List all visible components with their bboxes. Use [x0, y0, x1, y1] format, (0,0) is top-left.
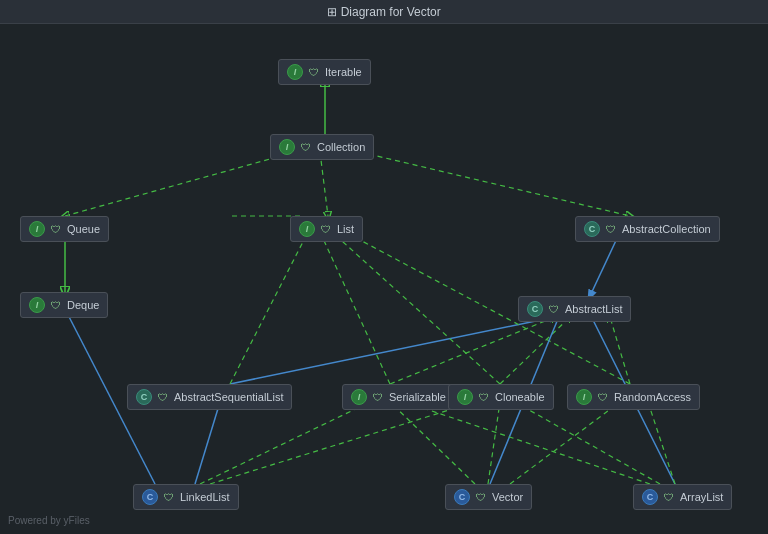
icon-linked-list: C [142, 489, 158, 505]
icon-abstract-collection: C [584, 221, 600, 237]
shield-abstract-sequential-list: 🛡 [156, 390, 170, 404]
label-deque: Deque [67, 299, 99, 311]
svg-line-23 [390, 402, 475, 484]
shield-cloneable: 🛡 [477, 390, 491, 404]
node-list[interactable]: I 🛡 List [290, 216, 363, 242]
title-text: ⊞ Diagram for Vector [327, 5, 440, 19]
shield-serializable: 🛡 [371, 390, 385, 404]
node-serializable[interactable]: I 🛡 Serializable [342, 384, 455, 410]
label-collection: Collection [317, 141, 365, 153]
node-deque[interactable]: I 🛡 Deque [20, 292, 108, 318]
svg-line-19 [200, 402, 370, 484]
icon-array-list: C [642, 489, 658, 505]
label-abstract-sequential-list: AbstractSequentialList [174, 391, 283, 403]
shield-array-list: 🛡 [662, 490, 676, 504]
node-vector[interactable]: C 🛡 Vector [445, 484, 532, 510]
icon-abstract-list: C [527, 301, 543, 317]
svg-line-5 [320, 152, 328, 216]
icon-abstract-sequential-list: C [136, 389, 152, 405]
svg-line-4 [65, 152, 295, 216]
svg-line-25 [510, 402, 620, 484]
node-array-list[interactable]: C 🛡 ArrayList [633, 484, 732, 510]
icon-queue: I [29, 221, 45, 237]
node-abstract-collection[interactable]: C 🛡 AbstractCollection [575, 216, 720, 242]
svg-line-9 [230, 317, 555, 384]
svg-line-6 [360, 152, 630, 216]
icon-random-access: I [576, 389, 592, 405]
powered-by: Powered by yFiles [8, 515, 90, 526]
node-linked-list[interactable]: C 🛡 LinkedList [133, 484, 239, 510]
icon-iterable: I [287, 64, 303, 80]
shield-abstract-collection: 🛡 [604, 222, 618, 236]
svg-line-15 [320, 232, 390, 384]
shield-deque: 🛡 [49, 298, 63, 312]
label-list: List [337, 223, 354, 235]
svg-line-20 [210, 402, 475, 484]
svg-line-14 [230, 232, 308, 384]
label-queue: Queue [67, 223, 100, 235]
arrows-svg [0, 24, 768, 534]
node-abstract-list[interactable]: C 🛡 AbstractList [518, 296, 631, 322]
title-bar: ⊞ Diagram for Vector [0, 0, 768, 24]
icon-serializable: I [351, 389, 367, 405]
shield-random-access: 🛡 [596, 390, 610, 404]
svg-line-18 [195, 402, 220, 484]
svg-line-29 [648, 402, 675, 484]
shield-vector: 🛡 [474, 490, 488, 504]
label-iterable: Iterable [325, 66, 362, 78]
diagram-area[interactable]: I 🛡 Iterable I 🛡 Collection I 🛡 Queue I … [0, 24, 768, 534]
svg-line-27 [405, 402, 650, 484]
node-iterable[interactable]: I 🛡 Iterable [278, 59, 371, 85]
label-vector: Vector [492, 491, 523, 503]
label-array-list: ArrayList [680, 491, 723, 503]
svg-line-11 [500, 317, 570, 384]
svg-line-16 [332, 232, 500, 384]
svg-line-12 [610, 317, 630, 384]
label-abstract-list: AbstractList [565, 303, 622, 315]
shield-collection: 🛡 [299, 140, 313, 154]
shield-list: 🛡 [319, 222, 333, 236]
label-cloneable: Cloneable [495, 391, 545, 403]
label-abstract-collection: AbstractCollection [622, 223, 711, 235]
icon-deque: I [29, 297, 45, 313]
shield-linked-list: 🛡 [162, 490, 176, 504]
shield-iterable: 🛡 [307, 65, 321, 79]
node-cloneable[interactable]: I 🛡 Cloneable [448, 384, 554, 410]
node-queue[interactable]: I 🛡 Queue [20, 216, 109, 242]
label-serializable: Serializable [389, 391, 446, 403]
icon-cloneable: I [457, 389, 473, 405]
shield-abstract-list: 🛡 [547, 302, 561, 316]
svg-line-10 [390, 317, 555, 384]
icon-list: I [299, 221, 315, 237]
node-abstract-sequential-list[interactable]: C 🛡 AbstractSequentialList [127, 384, 292, 410]
shield-queue: 🛡 [49, 222, 63, 236]
label-linked-list: LinkedList [180, 491, 230, 503]
node-collection[interactable]: I 🛡 Collection [270, 134, 374, 160]
svg-line-28 [515, 402, 660, 484]
icon-collection: I [279, 139, 295, 155]
label-random-access: RandomAccess [614, 391, 691, 403]
title-icon: ⊞ [327, 5, 340, 19]
icon-vector: C [454, 489, 470, 505]
node-random-access[interactable]: I 🛡 RandomAccess [567, 384, 700, 410]
svg-line-24 [488, 402, 500, 484]
